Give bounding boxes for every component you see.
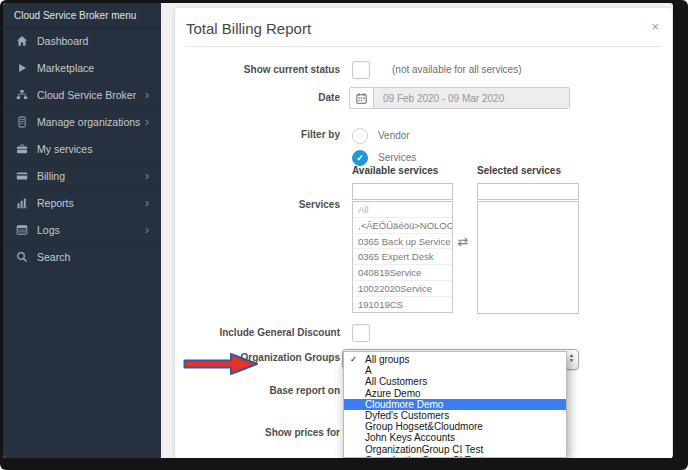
sidebar-item-label: Search bbox=[37, 251, 70, 263]
chevron-right-icon: › bbox=[145, 117, 149, 127]
sidebar-item-cloud-service-broker[interactable]: Cloud Service Broker › bbox=[3, 82, 161, 109]
dropdown-option-label: OrganizationGroup CI Test bbox=[365, 444, 483, 455]
sidebar-item-label: Cloud Service Broker bbox=[37, 89, 136, 101]
dropdown-option-label: Cloudmore Demo bbox=[365, 399, 443, 410]
list-item[interactable]: All bbox=[353, 202, 452, 218]
selected-services-header: Selected services bbox=[477, 165, 561, 176]
filter-vendor-radio[interactable] bbox=[352, 128, 368, 144]
dropdown-option[interactable]: Azure Demo bbox=[344, 388, 566, 399]
home-icon bbox=[15, 35, 28, 48]
list-item[interactable]: ,<ÄEÖÜäéöü>NOLOGO bbox=[353, 218, 452, 234]
dropdown-option[interactable]: Dyfed's Customers bbox=[344, 410, 566, 421]
sidebar-item-label: Manage organizations bbox=[37, 116, 140, 128]
dropdown-option[interactable]: John Keys Accounts bbox=[344, 432, 566, 443]
sidebar-item-label: Reports bbox=[37, 197, 74, 209]
organization-groups-label: Organization Groups bbox=[190, 352, 340, 364]
include-general-discount-label: Include General Discount bbox=[190, 327, 340, 339]
include-general-discount-checkbox[interactable] bbox=[352, 324, 370, 342]
available-services-list: All ,<ÄEÖÜäéöü>NOLOGO 0365 Back up Servi… bbox=[352, 201, 453, 313]
sidebar-item-label: Dashboard bbox=[37, 35, 88, 47]
dropdown-option[interactable]: A bbox=[344, 365, 566, 376]
sidebar-item-label: Marketplace bbox=[37, 62, 94, 74]
sidebar-item-search[interactable]: Search bbox=[3, 244, 161, 271]
chevron-right-icon: › bbox=[145, 225, 149, 235]
filter-vendor-radio-label: Vendor bbox=[378, 130, 410, 142]
briefcase-icon bbox=[15, 143, 28, 156]
chevron-right-icon: › bbox=[145, 198, 149, 208]
dropdown-option-label: All groups bbox=[365, 354, 409, 365]
dropdown-option[interactable]: ✓ All groups bbox=[344, 354, 566, 365]
page-title: Total Billing Report bbox=[186, 20, 311, 37]
sitemap-icon bbox=[15, 89, 28, 102]
show-prices-for-label: Show prices for bbox=[190, 427, 340, 439]
sidebar-item-my-services[interactable]: My services bbox=[3, 136, 161, 163]
checkmark-icon: ✓ bbox=[350, 354, 357, 365]
dropdown-option-label: OrganizationGroup CI Test bbox=[365, 455, 483, 458]
base-report-on-label: Base report on bbox=[190, 385, 340, 397]
sidebar: Cloud Service Broker menu Dashboard Mark… bbox=[3, 3, 161, 458]
sidebar-item-reports[interactable]: Reports › bbox=[3, 190, 161, 217]
available-services-header: Available services bbox=[352, 165, 438, 176]
sidebar-item-manage-organizations[interactable]: Manage organizations › bbox=[3, 109, 161, 136]
dropdown-option-label: John Keys Accounts bbox=[365, 432, 455, 443]
sidebar-item-logs[interactable]: Logs › bbox=[3, 217, 161, 244]
chevron-right-icon: › bbox=[145, 90, 149, 100]
selected-services-search-input[interactable] bbox=[477, 183, 579, 200]
dropdown-option-label: Group Hogset&Cloudmore bbox=[365, 421, 483, 432]
dropdown-option-label: Azure Demo bbox=[365, 388, 421, 399]
sidebar-item-label: Logs bbox=[37, 224, 60, 236]
filter-services-radio-label: Services bbox=[378, 152, 416, 164]
sidebar-item-marketplace[interactable]: Marketplace bbox=[3, 55, 161, 82]
filter-by-label: Filter by bbox=[190, 129, 340, 141]
list-item[interactable]: 0365 Back up Service bbox=[353, 234, 452, 250]
bar-chart-icon bbox=[15, 197, 28, 210]
sidebar-item-label: My services bbox=[37, 143, 92, 155]
calendar-icon[interactable] bbox=[349, 87, 374, 109]
play-icon bbox=[15, 62, 28, 75]
date-label: Date bbox=[190, 92, 340, 104]
transfer-arrows-icon[interactable]: ⇄ bbox=[452, 234, 474, 249]
show-current-status-note: (not available for all services) bbox=[392, 64, 522, 76]
dropdown-option[interactable]: All Customers bbox=[344, 376, 566, 387]
logs-icon bbox=[15, 224, 28, 237]
list-item[interactable]: 191019CS bbox=[353, 297, 452, 313]
organization-groups-dropdown-menu: ✓ All groups A All Customers Azure Demo … bbox=[343, 351, 567, 458]
chevron-right-icon: › bbox=[145, 171, 149, 181]
dropdown-option[interactable]: OrganizationGroup CI Test bbox=[344, 444, 566, 455]
screenshot-frame: Cloud Service Broker menu Dashboard Mark… bbox=[0, 0, 688, 470]
dropdown-option-label: A bbox=[365, 365, 372, 376]
show-current-status-label: Show current status bbox=[190, 64, 340, 76]
sidebar-item-label: Billing bbox=[37, 170, 65, 182]
credit-card-icon bbox=[15, 170, 28, 183]
dropdown-option[interactable]: Group Hogset&Cloudmore bbox=[344, 421, 566, 432]
search-icon bbox=[15, 251, 28, 264]
dropdown-option-highlighted[interactable]: Cloudmore Demo bbox=[344, 399, 566, 410]
organization-icon bbox=[15, 116, 28, 129]
list-item[interactable]: 040819Service bbox=[353, 265, 452, 281]
checkmark-icon: ✓ bbox=[356, 154, 364, 163]
list-item[interactable]: 10022020Service bbox=[353, 281, 452, 297]
selected-services-list bbox=[477, 201, 579, 314]
date-field-group bbox=[349, 87, 570, 109]
close-icon[interactable]: × bbox=[651, 19, 659, 34]
title-divider bbox=[185, 46, 662, 47]
sidebar-header: Cloud Service Broker menu bbox=[3, 3, 161, 28]
available-services-search-input[interactable] bbox=[352, 183, 453, 200]
dropdown-option-label: All Customers bbox=[365, 376, 427, 387]
select-stepper-icon: ▲ ▼ bbox=[569, 353, 574, 363]
stepper-down-icon: ▼ bbox=[569, 358, 574, 363]
app-viewport: Cloud Service Broker menu Dashboard Mark… bbox=[3, 3, 673, 458]
filter-services-radio[interactable]: ✓ bbox=[352, 150, 368, 166]
dropdown-option[interactable]: OrganizationGroup CI Test bbox=[344, 455, 566, 458]
sidebar-item-dashboard[interactable]: Dashboard bbox=[3, 28, 161, 55]
dropdown-option-label: Dyfed's Customers bbox=[365, 410, 449, 421]
list-item[interactable]: 0365 Expert Desk bbox=[353, 249, 452, 265]
date-range-input[interactable] bbox=[374, 87, 570, 109]
services-label: Services bbox=[190, 199, 340, 211]
show-current-status-checkbox[interactable] bbox=[352, 61, 370, 79]
sidebar-item-billing[interactable]: Billing › bbox=[3, 163, 161, 190]
total-billing-report-modal: Total Billing Report × Show current stat… bbox=[175, 8, 672, 458]
